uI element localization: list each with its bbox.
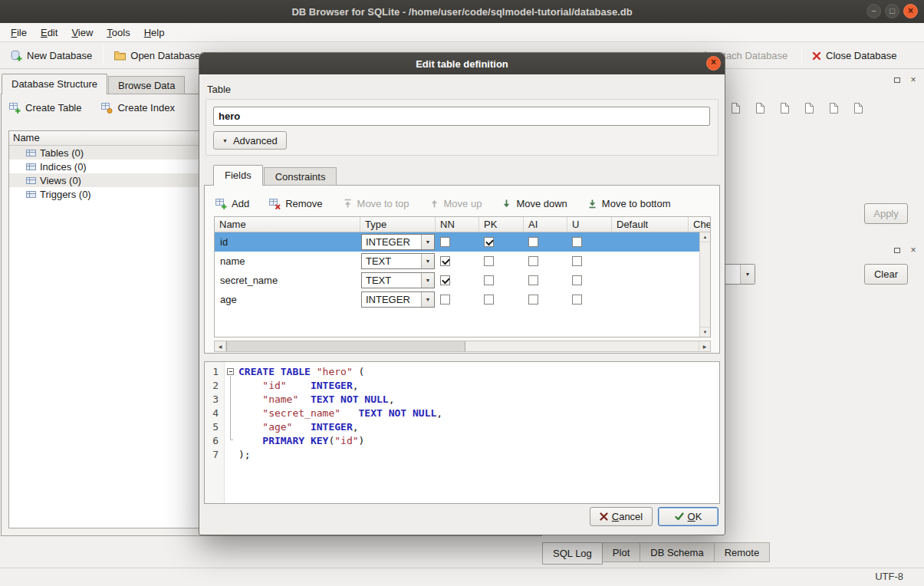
column-header-pk[interactable]: PK bbox=[479, 217, 524, 232]
field-check-cell[interactable] bbox=[689, 232, 699, 252]
field-default-cell[interactable] bbox=[612, 232, 689, 252]
u-checkbox[interactable] bbox=[572, 256, 582, 266]
tab-sql-log[interactable]: SQL Log bbox=[542, 542, 603, 565]
hscroll-track[interactable] bbox=[226, 341, 699, 351]
u-checkbox[interactable] bbox=[572, 295, 582, 305]
chevron-down-icon[interactable]: ▼ bbox=[421, 235, 434, 249]
pk-checkbox[interactable] bbox=[484, 275, 494, 285]
dock-float-button[interactable] bbox=[892, 245, 903, 255]
type-combo[interactable]: TEXT ▼ bbox=[361, 253, 435, 269]
tab-browse-data[interactable]: Browse Data bbox=[108, 76, 185, 94]
menu-edit[interactable]: Edit bbox=[34, 25, 64, 41]
minimize-button[interactable]: − bbox=[866, 4, 881, 18]
dock-close-button[interactable]: × bbox=[908, 74, 919, 85]
scroll-left-button[interactable]: ◀ bbox=[215, 341, 226, 351]
tab-db-schema[interactable]: DB Schema bbox=[640, 542, 714, 562]
field-name-cell[interactable]: secret_name bbox=[215, 271, 360, 290]
field-row[interactable]: age INTEGER ▼ bbox=[215, 290, 699, 309]
cell-editor-button[interactable] bbox=[751, 99, 768, 117]
menu-tools[interactable]: Tools bbox=[100, 25, 136, 41]
nn-checkbox[interactable] bbox=[440, 275, 450, 285]
ai-checkbox[interactable] bbox=[528, 295, 538, 305]
open-database-button[interactable]: Open Database bbox=[110, 47, 205, 64]
nn-checkbox[interactable] bbox=[440, 237, 450, 247]
move-up-button[interactable]: Move up bbox=[429, 198, 482, 209]
type-combo[interactable]: INTEGER ▼ bbox=[361, 291, 435, 308]
pk-checkbox[interactable] bbox=[484, 237, 494, 247]
type-combo[interactable]: INTEGER ▼ bbox=[361, 234, 435, 250]
nn-checkbox[interactable] bbox=[440, 256, 450, 266]
field-row[interactable]: secret_name TEXT ▼ bbox=[215, 271, 699, 290]
cell-editor-button[interactable] bbox=[850, 99, 866, 117]
column-header-name[interactable]: Name bbox=[215, 217, 360, 232]
field-name-cell[interactable]: name bbox=[215, 252, 360, 271]
cell-editor-button[interactable] bbox=[727, 99, 744, 117]
clear-button[interactable]: Clear bbox=[864, 264, 908, 285]
dock-float-button[interactable] bbox=[892, 74, 903, 85]
move-to-top-button[interactable]: Move to top bbox=[343, 198, 409, 209]
chevron-down-icon[interactable]: ▼ bbox=[421, 273, 434, 288]
cell-editor-button[interactable] bbox=[825, 99, 842, 117]
field-default-cell[interactable] bbox=[612, 271, 689, 290]
cell-editor-button[interactable] bbox=[801, 99, 817, 117]
add-field-button[interactable]: Add bbox=[215, 198, 249, 209]
new-database-button[interactable]: New Database bbox=[6, 47, 97, 64]
ai-checkbox[interactable] bbox=[528, 237, 538, 247]
table-name-input[interactable] bbox=[213, 107, 710, 126]
cell-editor-button[interactable] bbox=[776, 99, 793, 117]
u-checkbox[interactable] bbox=[572, 237, 582, 247]
field-name-cell[interactable]: age bbox=[215, 290, 360, 309]
remove-field-button[interactable]: Remove bbox=[269, 198, 322, 209]
field-check-cell[interactable] bbox=[689, 290, 699, 309]
hscroll-thumb[interactable] bbox=[226, 341, 465, 351]
column-header-u[interactable]: U bbox=[567, 217, 612, 232]
field-check-cell[interactable] bbox=[689, 252, 699, 271]
field-default-cell[interactable] bbox=[612, 290, 689, 309]
cancel-button[interactable]: Cancel bbox=[590, 507, 653, 526]
field-default-cell[interactable] bbox=[612, 252, 689, 271]
field-name-cell[interactable]: id bbox=[215, 232, 360, 252]
fold-collapse-icon[interactable] bbox=[227, 368, 234, 375]
tab-remote[interactable]: Remote bbox=[715, 542, 771, 562]
field-row[interactable]: name TEXT ▼ bbox=[215, 252, 699, 271]
column-header-type[interactable]: Type bbox=[360, 217, 436, 232]
ai-checkbox[interactable] bbox=[528, 256, 538, 266]
create-table-button[interactable]: Create Table bbox=[9, 102, 81, 114]
maximize-button[interactable]: □ bbox=[885, 4, 899, 18]
menu-file[interactable]: File bbox=[4, 25, 34, 41]
scroll-down-button[interactable]: ▼ bbox=[700, 327, 710, 337]
grid-vertical-scrollbar[interactable]: ▲ ▼ bbox=[699, 232, 710, 337]
advanced-toggle-button[interactable]: ▼ Advanced bbox=[213, 131, 287, 150]
type-combo[interactable]: TEXT ▼ bbox=[361, 272, 435, 288]
scroll-right-button[interactable]: ▶ bbox=[699, 341, 710, 351]
column-header-check[interactable]: Check bbox=[689, 217, 710, 232]
chevron-down-icon[interactable]: ▼ bbox=[421, 254, 434, 268]
column-header-ai[interactable]: AI bbox=[524, 217, 567, 232]
column-header-default[interactable]: Default bbox=[612, 217, 689, 232]
move-down-button[interactable]: Move down bbox=[501, 198, 567, 209]
grid-horizontal-scrollbar[interactable]: ◀ ▶ bbox=[214, 341, 711, 352]
menu-help[interactable]: Help bbox=[137, 25, 172, 41]
close-database-button[interactable]: Close Database bbox=[807, 42, 902, 69]
ai-checkbox[interactable] bbox=[528, 275, 538, 285]
create-index-button[interactable]: Create Index bbox=[101, 102, 174, 114]
nn-checkbox[interactable] bbox=[440, 295, 450, 305]
pk-checkbox[interactable] bbox=[484, 256, 494, 266]
chevron-down-icon[interactable]: ▼ bbox=[421, 292, 434, 307]
apply-button[interactable]: Apply bbox=[864, 203, 908, 224]
scroll-up-button[interactable]: ▲ bbox=[700, 232, 710, 242]
chevron-down-icon[interactable]: ▼ bbox=[740, 265, 755, 284]
tab-database-structure[interactable]: Database Structure bbox=[2, 74, 107, 94]
ok-button[interactable]: OK bbox=[658, 507, 718, 526]
dock-close-button[interactable]: × bbox=[908, 245, 919, 255]
dialog-close-button[interactable]: × bbox=[706, 56, 721, 71]
pk-checkbox[interactable] bbox=[484, 295, 494, 305]
u-checkbox[interactable] bbox=[572, 275, 582, 285]
menu-view[interactable]: View bbox=[64, 25, 100, 41]
column-header-nn[interactable]: NN bbox=[436, 217, 479, 232]
field-row[interactable]: id INTEGER ▼ bbox=[215, 232, 699, 252]
tab-fields[interactable]: Fields bbox=[213, 165, 263, 186]
move-to-bottom-button[interactable]: Move to bottom bbox=[587, 198, 671, 209]
field-check-cell[interactable] bbox=[689, 271, 699, 290]
close-window-button[interactable]: × bbox=[903, 4, 918, 18]
